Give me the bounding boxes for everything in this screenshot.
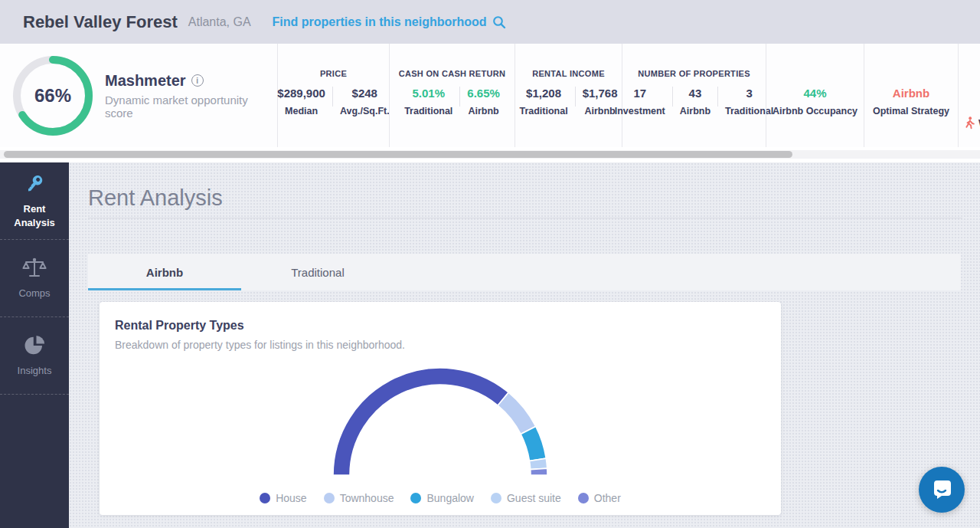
chat-bubble-icon <box>930 478 953 501</box>
stat-sublabel: Avg./Sq.Ft. <box>340 106 390 116</box>
find-properties-label: Find properties in this neighborhood <box>273 15 487 29</box>
chart-segment-bungalow[interactable] <box>521 426 546 461</box>
legend-label: Other <box>594 492 621 504</box>
legend-dot <box>491 493 501 503</box>
legend-item-house[interactable]: House <box>260 492 306 504</box>
legend-item-guest-suite[interactable]: Guest suite <box>491 492 561 504</box>
legend-dot <box>260 493 270 503</box>
search-icon <box>492 15 506 29</box>
mashmeter-subtitle: Dynamic market opportunity score <box>105 93 277 120</box>
tab-airbnb[interactable]: Airbnb <box>88 254 241 290</box>
stat-value: $248 <box>352 85 377 102</box>
sidebar-item-label: Insights <box>18 364 52 378</box>
legend-item-bungalow[interactable]: Bungalow <box>410 492 474 504</box>
card-title: Rental Property Types <box>115 319 244 333</box>
scales-icon <box>22 257 47 280</box>
chart-segment-guest-suite[interactable] <box>530 458 547 469</box>
legend-dot <box>410 493 421 503</box>
stat-value: $1,208 <box>526 85 561 102</box>
mashmeter-score: 66% <box>13 56 93 136</box>
mashmeter-ring: 66% <box>13 56 93 136</box>
stat-group-walkscore: Wa <box>958 44 980 147</box>
stat-value: 43 <box>689 85 702 102</box>
stat-value: Airbnb <box>893 85 929 102</box>
stat-value: 5.01% <box>412 85 445 102</box>
stat-group-optimal-strategy: Airbnb Optimal Strategy <box>864 44 958 147</box>
stat-label: RENTAL INCOME <box>532 69 605 82</box>
page-title: Rent Analysis <box>88 185 223 211</box>
main-content: Rent Analysis Airbnb Traditional Rental … <box>69 162 980 528</box>
stat-value: 44% <box>803 85 826 102</box>
sidebar-item-comps[interactable]: Comps <box>0 240 69 317</box>
legend-label: House <box>276 492 306 504</box>
tab-bar: Airbnb Traditional <box>88 254 961 290</box>
chart-legend: HouseTownhouseBungalowGuest suiteOther <box>100 492 781 504</box>
legend-dot <box>324 493 335 503</box>
chart-segment-house[interactable] <box>333 368 508 475</box>
legend-label: Townhouse <box>340 492 394 504</box>
stat-sublabel: Optimal Strategy <box>873 106 949 116</box>
scrollbar-thumb[interactable] <box>4 151 792 158</box>
legend-label: Guest suite <box>507 492 561 504</box>
mashmeter-widget: 66% Mashmeter i Dynamic market opportuni… <box>0 44 277 147</box>
chart-segment-other[interactable] <box>531 468 547 475</box>
legend-item-other[interactable]: Other <box>578 492 621 504</box>
sidebar: Rent Analysis Comps Insights <box>0 162 69 528</box>
stat-group-cash-on-cash: CASH ON CASH RETURN 5.01% Traditional 6.… <box>389 44 514 147</box>
stat-value: 17 <box>633 85 646 102</box>
stat-sublabel: Airbnb Occupancy <box>773 106 858 116</box>
tab-label: Airbnb <box>146 266 183 279</box>
stat-value: 6.65% <box>467 85 500 102</box>
rental-property-types-card: Rental Property Types Breakdown of prope… <box>100 302 781 515</box>
walking-person-icon <box>964 116 975 130</box>
neighborhood-location: Atlanta, GA <box>188 15 251 29</box>
mashmeter-title: Mashmeter <box>105 72 186 90</box>
legend-label: Bungalow <box>426 492 474 504</box>
stat-sublabel: Airbnb <box>680 106 710 116</box>
tab-label: Traditional <box>291 266 344 279</box>
stat-value: 3 <box>746 85 752 102</box>
sidebar-item-label: Comps <box>18 287 50 300</box>
key-icon <box>23 172 46 195</box>
chat-launcher-button[interactable] <box>919 467 965 513</box>
stat-group-number-of-properties: NUMBER OF PROPERTIES 17 Investment 43 Ai… <box>622 44 766 147</box>
property-types-half-donut-chart <box>325 360 555 477</box>
stats-bar: 66% Mashmeter i Dynamic market opportuni… <box>0 44 980 147</box>
stat-label: PRICE <box>320 69 347 82</box>
pie-chart-icon <box>23 334 46 357</box>
info-icon[interactable]: i <box>191 74 204 87</box>
stat-label: NUMBER OF PROPERTIES <box>638 69 750 82</box>
stat-sublabel: Traditional <box>519 106 567 116</box>
tab-traditional[interactable]: Traditional <box>241 254 394 290</box>
stat-sublabel: Investment <box>615 106 665 116</box>
neighborhood-header: Rebel Valley Forest Atlanta, GA Find pro… <box>0 0 980 44</box>
legend-dot <box>578 493 589 503</box>
stat-sublabel: Traditional <box>404 106 452 116</box>
legend-item-townhouse[interactable]: Townhouse <box>324 492 394 504</box>
sidebar-item-label: Rent Analysis <box>11 202 57 229</box>
stat-group-airbnb-occupancy: 44% Airbnb Occupancy <box>766 44 864 147</box>
sidebar-item-insights[interactable]: Insights <box>0 317 69 395</box>
chart-segment-townhouse[interactable] <box>498 392 536 434</box>
stat-label: CASH ON CASH RETURN <box>399 69 506 82</box>
sidebar-item-rent-analysis[interactable]: Rent Analysis <box>0 162 69 240</box>
stat-group-rental-income: RENTAL INCOME $1,208 Traditional $1,768 … <box>514 44 622 147</box>
find-properties-link[interactable]: Find properties in this neighborhood <box>273 15 506 29</box>
stat-sublabel: Airbnb <box>468 106 498 116</box>
card-subtitle: Breakdown of property types for listings… <box>115 339 405 351</box>
active-tab-underline <box>88 288 241 290</box>
stat-group-price: PRICE $289,900 Median $248 Avg./Sq.Ft. <box>277 44 389 147</box>
neighborhood-title: Rebel Valley Forest <box>23 12 178 32</box>
divider <box>88 218 962 218</box>
stat-value: $289,900 <box>277 85 325 102</box>
stat-sublabel: Median <box>285 106 318 116</box>
horizontal-scrollbar <box>0 147 980 162</box>
